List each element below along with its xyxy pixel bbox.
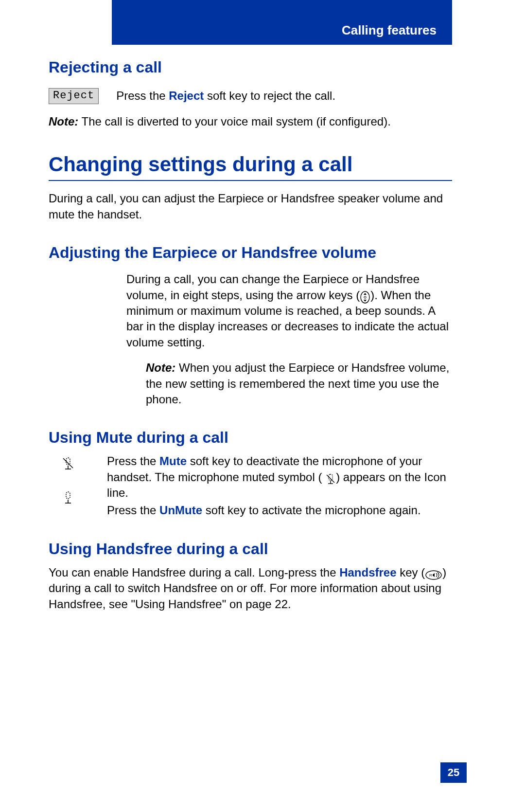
handsfree-text: You can enable Handsfree during a call. …: [49, 565, 452, 612]
mic-muted-icon: [325, 472, 336, 485]
changing-intro: During a call, you can adjust the Earpie…: [49, 191, 452, 222]
text: You can enable Handsfree during a call. …: [49, 566, 339, 579]
note-text: The call is diverted to your voice mail …: [78, 115, 390, 128]
note-text: When you adjust the Earpiece or Handsfre…: [146, 361, 449, 406]
text: Press the: [107, 454, 159, 468]
handsfree-key-icon: R: [425, 567, 442, 580]
mute-line-2: Press the UnMute soft key to activate th…: [107, 503, 452, 518]
reject-key-name: Reject: [169, 89, 204, 102]
heading-changing-settings: Changing settings during a call: [49, 153, 452, 181]
page-number: 25: [440, 762, 467, 783]
text: soft key to reject the call.: [204, 89, 335, 102]
adjusting-note: Note: When you adjust the Earpiece or Ha…: [146, 360, 452, 407]
adjusting-text: During a call, you can change the Earpie…: [126, 271, 452, 350]
reject-softkey-icon: Reject: [49, 88, 99, 104]
unmute-key-name: UnMute: [159, 504, 202, 517]
mute-key-name: Mute: [159, 454, 187, 468]
header-bar: Calling features: [112, 0, 452, 45]
header-section-title: Calling features: [342, 23, 437, 38]
note-label: Note:: [146, 361, 175, 374]
svg-rect-6: [66, 492, 70, 499]
heading-using-handsfree: Using Handsfree during a call: [49, 540, 452, 558]
mute-line-1: Press the Mute soft key to deactivate th…: [107, 453, 452, 501]
mute-instructions: Press the Mute soft key to deactivate th…: [107, 453, 452, 519]
reject-instruction: Press the Reject soft key to reject the …: [116, 88, 335, 104]
text: Press the: [107, 504, 159, 517]
heading-rejecting-call: Rejecting a call: [49, 58, 452, 76]
svg-point-1: [364, 296, 366, 298]
text: soft key to activate the microphone agai…: [202, 504, 421, 517]
handsfree-key-name: Handsfree: [339, 566, 396, 579]
text: key (: [397, 566, 425, 579]
heading-adjusting-volume: Adjusting the Earpiece or Handsfree volu…: [49, 244, 452, 262]
svg-text:R: R: [429, 573, 432, 577]
text: Press the: [116, 89, 169, 102]
mute-icon: [61, 456, 75, 471]
note-label: Note:: [49, 115, 78, 128]
page-content: Rejecting a call Reject Press the Reject…: [49, 54, 452, 612]
heading-using-mute: Using Mute during a call: [49, 429, 452, 447]
arrow-keys-icon: [360, 290, 370, 303]
reject-note: Note: The call is diverted to your voice…: [49, 114, 452, 129]
unmute-icon: [61, 490, 75, 505]
